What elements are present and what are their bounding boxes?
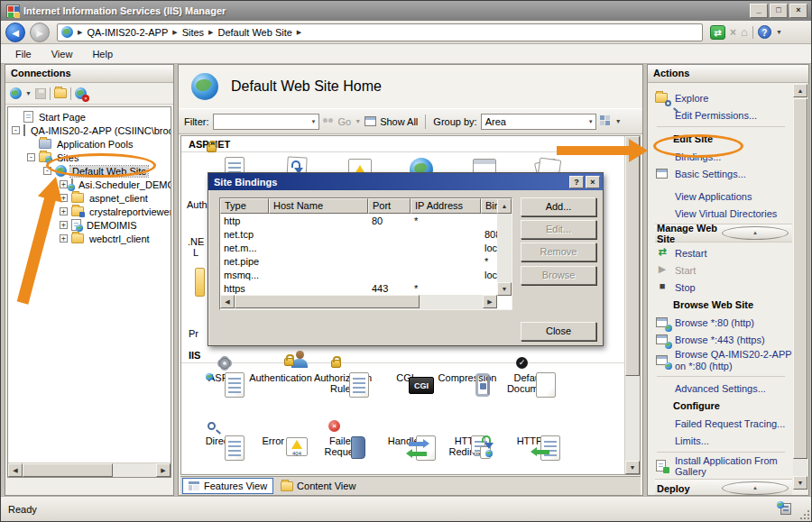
breadcrumb-item-site[interactable]: Default Web Site xyxy=(218,27,292,38)
collapse-expander-icon[interactable]: - xyxy=(27,153,35,161)
dialog-close-button[interactable]: × xyxy=(586,176,600,188)
binding-row-https[interactable]: https 443 * xyxy=(220,281,512,295)
tree-horizontal-scrollbar[interactable]: ◀ ▶ xyxy=(8,462,171,477)
scroll-down-button[interactable]: ▼ xyxy=(497,282,512,296)
collapse-icon[interactable]: ▲ xyxy=(722,481,789,495)
feature-error-pages[interactable]: 404 Error Pa xyxy=(249,434,312,446)
tab-content-view[interactable]: Content View xyxy=(275,478,361,494)
close-dialog-button[interactable]: Close xyxy=(521,322,596,341)
binding-row-msmq[interactable]: msmq... loca xyxy=(220,268,512,281)
tree-item-crystalreportviewers[interactable]: + crystalreportviewers xyxy=(8,205,171,218)
scroll-right-button[interactable]: ▶ xyxy=(156,463,171,477)
feature-default-document[interactable]: ✓ Default Document xyxy=(498,371,561,394)
feature-http-response-headers[interactable]: HTTP xyxy=(498,434,561,446)
feature-compression[interactable]: Compression xyxy=(436,371,499,383)
help-icon[interactable]: ? xyxy=(758,25,771,39)
action-view-virtual-directories[interactable]: View Virtual Directories xyxy=(655,205,792,222)
tree-item-server[interactable]: - QA-IMIS20-2-APP (CSIINC\brook xyxy=(8,124,171,137)
collapse-expander-icon[interactable]: + xyxy=(60,207,68,215)
collapse-icon[interactable]: ▲ xyxy=(722,226,789,240)
group-by-select[interactable]: Area▼ xyxy=(481,114,596,130)
list-vertical-scrollbar[interactable]: ▲ ▼ xyxy=(497,198,512,296)
breadcrumb[interactable]: ▶ QA-IMIS20-2-APP ▶ Sites ▶ Default Web … xyxy=(57,23,703,41)
action-browse-443[interactable]: Browse *:443 (https) xyxy=(655,331,792,348)
feature-cgi[interactable]: CGI CGI xyxy=(374,371,437,383)
view-mode-icon[interactable] xyxy=(600,115,612,127)
go-dropdown-icon[interactable]: ▼ xyxy=(355,118,361,124)
breadcrumb-arrow-icon[interactable]: ▶ xyxy=(78,29,82,36)
action-install-gallery[interactable]: Install Application From Gallery xyxy=(655,455,792,477)
menu-help[interactable]: Help xyxy=(92,49,113,60)
column-ip-address[interactable]: IP Address xyxy=(411,198,481,214)
action-stop[interactable]: ■Stop xyxy=(655,279,792,296)
feature-failed-request-tracing[interactable]: × Failed Request xyxy=(311,434,374,457)
breadcrumb-arrow-icon[interactable]: ▶ xyxy=(172,29,177,36)
tree-item-start-page[interactable]: Start Page xyxy=(8,110,171,124)
minimize-button[interactable]: _ xyxy=(750,4,768,18)
action-bindings[interactable]: Bindings... xyxy=(655,148,792,165)
forward-button[interactable]: ▶ xyxy=(30,23,50,42)
refresh-button[interactable]: ⇄ xyxy=(710,25,725,40)
collapse-expander-icon[interactable]: + xyxy=(60,180,68,188)
show-all-button[interactable]: Show All xyxy=(380,116,418,127)
binding-row-net-pipe[interactable]: net.pipe * xyxy=(220,254,512,268)
menu-view[interactable]: View xyxy=(51,49,73,60)
scroll-down-button[interactable]: ▼ xyxy=(625,461,640,474)
tree-item-demoimis[interactable]: + DEMOIMIS xyxy=(8,218,171,232)
breadcrumb-item-server[interactable]: QA-IMIS20-2-APP xyxy=(87,27,168,38)
collapse-expander-icon[interactable]: - xyxy=(43,167,51,175)
tree-item-asi-scheduler[interactable]: + Asi.Scheduler_DEMO xyxy=(8,178,171,191)
connect-dropdown-icon[interactable]: ▼ xyxy=(25,90,32,96)
maximize-button[interactable]: □ xyxy=(770,4,788,18)
action-failed-request-tracing[interactable]: Failed Request Tracing... xyxy=(655,415,792,432)
add-button[interactable]: Add... xyxy=(521,197,596,216)
tab-features-view[interactable]: Features View xyxy=(182,478,273,494)
collapse-expander-icon[interactable]: + xyxy=(60,234,68,243)
tree-item-sites[interactable]: - Sites xyxy=(8,151,171,164)
actions-group-manage-web-site[interactable]: Manage Web Site▲ xyxy=(655,224,792,243)
help-dropdown-icon[interactable]: ▼ xyxy=(776,29,782,35)
collapse-expander-icon[interactable]: - xyxy=(12,126,20,134)
list-horizontal-scrollbar[interactable]: ◀ ▶ xyxy=(220,295,497,309)
close-button[interactable]: × xyxy=(789,4,807,18)
disconnect-icon[interactable]: × xyxy=(75,87,87,99)
scroll-left-button[interactable]: ◀ xyxy=(8,463,23,477)
action-limits[interactable]: Limits... xyxy=(655,432,792,449)
scroll-up-button[interactable]: ▲ xyxy=(793,84,807,97)
content-vertical-scrollbar[interactable]: ▲ ▼ xyxy=(624,136,640,474)
binding-row-net-tcp[interactable]: net.tcp 808 xyxy=(220,227,512,241)
collapse-expander-icon[interactable]: + xyxy=(60,221,68,229)
action-advanced-settings[interactable]: Advanced Settings... xyxy=(655,380,792,397)
tree-item-aspnet-client[interactable]: + aspnet_client xyxy=(8,191,171,205)
resize-grip[interactable] xyxy=(798,508,809,519)
feature-http-redirect[interactable]: HTTP Redirect xyxy=(436,434,499,457)
tree-item-application-pools[interactable]: Application Pools xyxy=(8,137,171,151)
dialog-help-button[interactable]: ? xyxy=(569,176,584,188)
feature-handler-mappings[interactable]: Handler xyxy=(374,434,437,446)
column-port[interactable]: Port xyxy=(368,198,411,214)
tree-item-webctrl-client[interactable]: + webctrl_client xyxy=(8,232,171,245)
scroll-up-button[interactable]: ▲ xyxy=(497,198,512,214)
column-host-name[interactable]: Host Name xyxy=(269,198,368,214)
back-button[interactable]: ◀ xyxy=(5,23,25,42)
action-restart[interactable]: ⇄Restart xyxy=(655,244,792,261)
menu-file[interactable]: File xyxy=(15,49,32,60)
action-browse-qa[interactable]: Browse QA-IMIS20-2-APP on *:80 (http) xyxy=(655,348,792,373)
feature-directory-browsing[interactable]: Direct xyxy=(187,434,250,446)
binding-row-http[interactable]: http 80 * xyxy=(220,214,512,227)
scrollbar-thumb[interactable] xyxy=(625,151,640,376)
binding-row-net-msmq[interactable]: net.m... loca xyxy=(220,241,512,254)
action-explore[interactable]: Explore xyxy=(655,89,792,106)
action-browse-80[interactable]: Browse *:80 (http) xyxy=(655,314,792,331)
feature-authorization-rules[interactable]: Authorization Rules xyxy=(311,371,374,394)
scrollbar-thumb[interactable] xyxy=(235,295,420,308)
action-view-applications[interactable]: View Applications xyxy=(655,188,792,205)
scrollbar-thumb[interactable] xyxy=(23,463,113,477)
scroll-right-button[interactable]: ▶ xyxy=(483,295,497,308)
connect-icon[interactable] xyxy=(10,87,22,99)
scrollbar-thumb[interactable] xyxy=(793,98,807,459)
scroll-down-button[interactable]: ▼ xyxy=(793,476,807,490)
feature-authentication[interactable]: Authentication xyxy=(249,371,312,383)
view-mode-dropdown-icon[interactable]: ▼ xyxy=(615,118,622,124)
actions-group-deploy[interactable]: Deploy▲ xyxy=(655,479,792,495)
